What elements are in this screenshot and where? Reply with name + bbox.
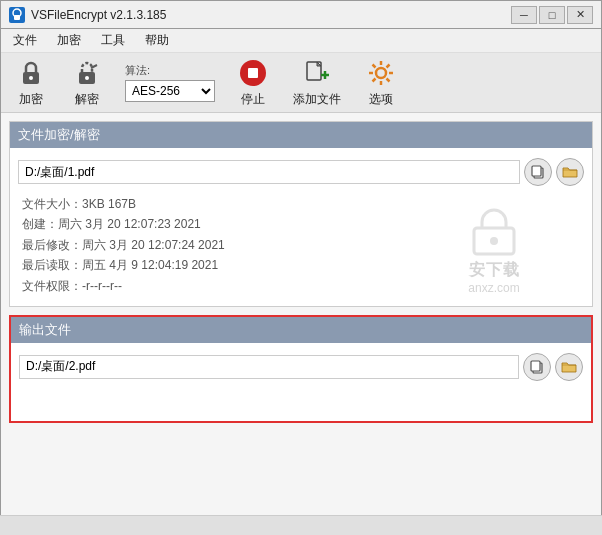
- svg-point-5: [85, 76, 89, 80]
- output-copy-icon: [529, 359, 545, 375]
- content-area: 文件加密/解密: [1, 113, 601, 439]
- menu-item-tools[interactable]: 工具: [93, 30, 133, 51]
- file-info-area: 文件大小：3KB 167B 创建：周六 3月 20 12:07:23 2021 …: [18, 190, 584, 300]
- stop-button[interactable]: 停止: [231, 53, 275, 112]
- status-bar: [0, 515, 602, 535]
- output-section-header: 输出文件: [11, 317, 591, 343]
- input-copy-button[interactable]: [524, 158, 552, 186]
- add-file-icon: [301, 57, 333, 89]
- output-section: 输出文件: [9, 315, 593, 423]
- algorithm-group: 算法: AES-256 AES-128 DES 3DES: [125, 63, 215, 102]
- menu-item-encrypt[interactable]: 加密: [49, 30, 89, 51]
- svg-line-19: [373, 79, 376, 82]
- svg-rect-7: [248, 68, 258, 78]
- input-section-body: 文件大小：3KB 167B 创建：周六 3月 20 12:07:23 2021 …: [10, 148, 592, 306]
- svg-line-16: [373, 65, 376, 68]
- svg-rect-25: [531, 361, 540, 371]
- close-button[interactable]: ✕: [567, 6, 593, 24]
- file-modified: 最后修改：周六 3月 20 12:07:24 2021: [22, 235, 584, 255]
- decrypt-icon: [71, 57, 103, 89]
- output-folder-icon: [561, 359, 577, 375]
- options-button[interactable]: 选项: [359, 53, 403, 112]
- input-section-header: 文件加密/解密: [10, 122, 592, 148]
- add-file-label: 添加文件: [293, 91, 341, 108]
- minimize-button[interactable]: ─: [511, 6, 537, 24]
- svg-point-11: [376, 68, 386, 78]
- input-file-path[interactable]: [18, 160, 520, 184]
- svg-line-17: [387, 79, 390, 82]
- file-created: 创建：周六 3月 20 12:07:23 2021: [22, 214, 584, 234]
- folder-icon: [562, 164, 578, 180]
- copy-icon: [530, 164, 546, 180]
- file-info: 文件大小：3KB 167B 创建：周六 3月 20 12:07:23 2021 …: [18, 190, 584, 300]
- app-icon: [9, 7, 25, 23]
- svg-line-18: [387, 65, 390, 68]
- output-copy-button[interactable]: [523, 353, 551, 381]
- output-section-body: [11, 343, 591, 421]
- input-open-button[interactable]: [556, 158, 584, 186]
- output-extra-space: [19, 385, 583, 415]
- file-size: 文件大小：3KB 167B: [22, 194, 584, 214]
- title-bar-left: VSFileEncrypt v2.1.3.185: [9, 7, 166, 23]
- add-file-button[interactable]: 添加文件: [287, 53, 347, 112]
- algorithm-label: 算法:: [125, 63, 215, 78]
- decrypt-button[interactable]: 解密: [65, 53, 109, 112]
- decrypt-label: 解密: [75, 91, 99, 108]
- file-permissions: 文件权限：-r--r--r--: [22, 276, 584, 296]
- menu-item-help[interactable]: 帮助: [137, 30, 177, 51]
- maximize-button[interactable]: □: [539, 6, 565, 24]
- encrypt-button[interactable]: 加密: [9, 53, 53, 112]
- toolbar: 加密 解密 算法: AES-256 AES-128 DES 3DES: [1, 53, 601, 113]
- menu-item-file[interactable]: 文件: [5, 30, 45, 51]
- stop-icon: [237, 57, 269, 89]
- input-section: 文件加密/解密: [9, 121, 593, 307]
- stop-label: 停止: [241, 91, 265, 108]
- main-window: 文件 加密 工具 帮助 加密: [0, 28, 602, 535]
- encrypt-label: 加密: [19, 91, 43, 108]
- output-open-button[interactable]: [555, 353, 583, 381]
- file-accessed: 最后读取：周五 4月 9 12:04:19 2021: [22, 255, 584, 275]
- output-file-row: [19, 349, 583, 385]
- algorithm-select[interactable]: AES-256 AES-128 DES 3DES: [125, 80, 215, 102]
- svg-point-3: [29, 76, 33, 80]
- encrypt-icon: [15, 57, 47, 89]
- output-file-path[interactable]: [19, 355, 519, 379]
- svg-rect-21: [532, 166, 541, 176]
- menu-bar: 文件 加密 工具 帮助: [1, 29, 601, 53]
- app-title: VSFileEncrypt v2.1.3.185: [31, 8, 166, 22]
- options-icon: [365, 57, 397, 89]
- window-controls: ─ □ ✕: [511, 6, 593, 24]
- options-label: 选项: [369, 91, 393, 108]
- input-file-row: [18, 154, 584, 190]
- svg-rect-1: [14, 15, 20, 20]
- title-bar: VSFileEncrypt v2.1.3.185 ─ □ ✕: [0, 0, 602, 28]
